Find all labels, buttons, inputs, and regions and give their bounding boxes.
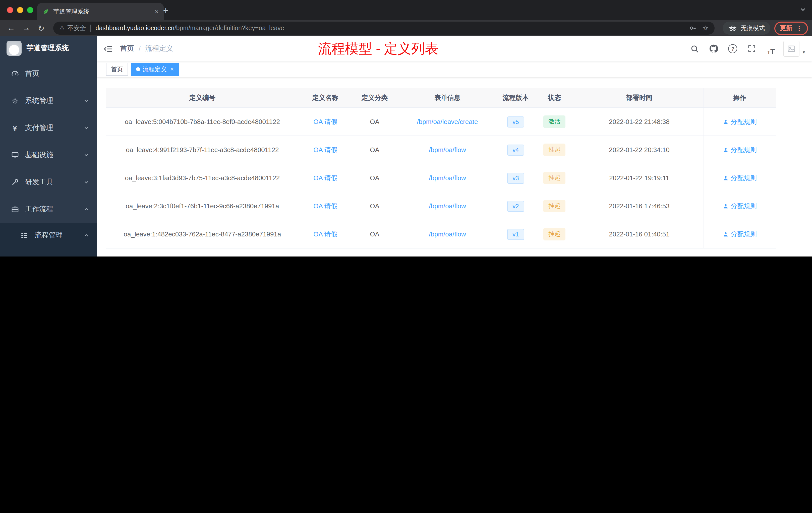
window-close-button[interactable] <box>7 7 13 13</box>
chevron-down-icon <box>84 125 89 130</box>
column-header: 状态 <box>534 88 575 108</box>
form-link[interactable]: /bpm/oa/flow <box>429 146 466 154</box>
page-content: 定义编号 定义名称 定义分类 表单信息 流程版本 状态 部署时间 操作 oa_l… <box>97 77 812 256</box>
avatar-caret-icon: ▾ <box>803 50 805 55</box>
yen-icon: ¥ <box>10 124 19 132</box>
github-icon[interactable] <box>707 42 720 55</box>
column-header: 定义编号 <box>106 88 299 108</box>
version-badge: v4 <box>507 144 524 155</box>
tab-search-button[interactable] <box>800 6 806 12</box>
assign-rule-link[interactable]: 分配规则 <box>723 202 757 211</box>
sidebar-item-infra[interactable]: 基础设施 <box>0 142 97 169</box>
status-badge: 挂起 <box>543 172 566 184</box>
chevron-down-icon <box>84 153 89 158</box>
window-zoom-button[interactable] <box>27 7 33 13</box>
hamburger-button[interactable] <box>97 36 120 61</box>
navbar-actions: ? TT ▾ <box>688 41 812 57</box>
table-header-row: 定义编号 定义名称 定义分类 表单信息 流程版本 状态 部署时间 操作 <box>106 88 776 108</box>
tag-close-icon[interactable]: × <box>170 66 174 72</box>
tag-label: 首页 <box>111 65 123 73</box>
form-link[interactable]: /bpm/oa/leave/create <box>417 118 478 125</box>
assign-rule-link[interactable]: 分配规则 <box>723 145 757 154</box>
url-bar[interactable]: ⚠ 不安全 dashboard.yudao.iocoder.cn /bpm/ma… <box>53 22 715 35</box>
forward-button[interactable]: → <box>19 21 33 35</box>
definition-name-link[interactable]: OA 请假 <box>313 145 337 154</box>
table-row: oa_leave:4:991f2193-7b7f-11ec-a3c8-acde4… <box>106 136 776 164</box>
assign-rule-label: 分配规则 <box>731 117 757 126</box>
security-label: 不安全 <box>67 24 86 32</box>
assign-rule-link[interactable]: 分配规则 <box>723 230 757 239</box>
sidebar-item-label: 研发工具 <box>25 178 53 187</box>
definition-id: oa_leave:5:004b710b-7b8a-11ec-8ef0-acde4… <box>106 108 299 135</box>
tag-home[interactable]: 首页 <box>106 63 128 76</box>
definition-name-link[interactable]: OA 请假 <box>313 174 337 182</box>
form-link[interactable]: /bpm/oa/flow <box>429 174 466 182</box>
help-icon[interactable]: ? <box>726 42 740 55</box>
sidebar-item-home[interactable]: 首页 <box>0 60 97 87</box>
logo-avatar <box>6 41 22 56</box>
tag-dot <box>136 67 140 71</box>
search-icon[interactable] <box>688 42 701 55</box>
url-path: /bpm/manager/definition?key=oa_leave <box>174 25 284 32</box>
breadcrumb-separator: / <box>139 45 141 53</box>
sidebar-logo: 芋道管理系统 <box>0 36 97 60</box>
sidebar-item-label: 系统管理 <box>25 96 53 105</box>
sidebar-item-process-form[interactable]: 流程表单 <box>0 248 97 256</box>
new-tab-button[interactable]: + <box>160 4 172 17</box>
form-link[interactable]: /bpm/oa/flow <box>429 231 466 238</box>
avatar[interactable] <box>784 41 800 57</box>
traffic-lights <box>7 7 33 13</box>
sidebar-item-label: 工作流程 <box>25 205 53 214</box>
chevron-up-icon <box>84 207 89 212</box>
sidebar-item-dev[interactable]: 研发工具 <box>0 169 97 196</box>
font-size-icon[interactable]: TT <box>764 42 778 55</box>
update-button[interactable]: 更新 ⋮ <box>774 21 808 35</box>
sidebar-item-process-mgmt[interactable]: 流程管理 <box>0 223 97 248</box>
star-icon[interactable]: ☆ <box>702 24 708 32</box>
top-navbar: 首页 / 流程定义 流程模型 - 定义列表 ? TT <box>97 36 812 61</box>
assign-rule-link[interactable]: 分配规则 <box>723 117 757 126</box>
deploy-time: 2022-01-22 21:48:38 <box>575 108 703 135</box>
window-minimize-button[interactable] <box>17 7 23 13</box>
sidebar-item-system[interactable]: 系统管理 <box>0 87 97 115</box>
chevron-down-icon <box>84 180 89 185</box>
sidebar-item-workflow[interactable]: 工作流程 <box>0 196 97 223</box>
fullscreen-icon[interactable] <box>746 42 758 55</box>
deploy-time: 2022-01-22 19:19:11 <box>575 164 703 192</box>
reload-button[interactable]: ↻ <box>34 21 48 35</box>
tag-active[interactable]: 流程定义 × <box>131 63 179 76</box>
definition-name-link[interactable]: OA 请假 <box>313 230 337 239</box>
sidebar-item-label: 首页 <box>25 69 39 78</box>
column-header: 流程版本 <box>498 88 534 108</box>
update-label: 更新 <box>780 24 792 32</box>
form-link[interactable]: /bpm/oa/flow <box>429 202 466 210</box>
column-header: 定义分类 <box>352 88 397 108</box>
definition-id: oa_leave:2:3c1f0ef1-76b1-11ec-9c66-a2380… <box>106 192 299 220</box>
sidebar-item-payment[interactable]: ¥ 支付管理 <box>0 115 97 142</box>
definition-name-link[interactable]: OA 请假 <box>313 202 337 211</box>
definition-name-link[interactable]: OA 请假 <box>313 117 337 126</box>
definition-category: OA <box>352 136 397 163</box>
back-button[interactable]: ← <box>4 21 18 35</box>
browser-menu-icon[interactable]: ⋮ <box>796 24 803 32</box>
tab-close-icon[interactable]: × <box>155 8 159 15</box>
incognito-badge: 无痕模式 <box>723 22 770 35</box>
tag-label: 流程定义 <box>143 65 167 73</box>
sidebar-item-label: 流程表单 <box>44 256 71 256</box>
breadcrumb-home[interactable]: 首页 <box>120 44 134 53</box>
status-badge: 激活 <box>543 116 566 128</box>
assign-rule-link[interactable]: 分配规则 <box>723 174 757 182</box>
definition-id: oa_leave:4:991f2193-7b7f-11ec-a3c8-acde4… <box>106 136 299 163</box>
browser-tab[interactable]: 芋道管理系统 × <box>37 3 164 20</box>
definition-category: OA <box>352 192 397 220</box>
gear-icon <box>10 97 19 105</box>
version-badge: v2 <box>507 201 524 212</box>
definition-category: OA <box>352 164 397 192</box>
status-badge: 挂起 <box>543 200 566 212</box>
key-icon[interactable] <box>689 24 697 32</box>
workflow-submenu: 流程管理 流程表单 <box>0 223 97 256</box>
incognito-label: 无痕模式 <box>741 24 765 32</box>
column-header: 定义名称 <box>299 88 352 108</box>
status-badge: 挂起 <box>543 228 566 240</box>
monitor-icon <box>10 151 19 159</box>
